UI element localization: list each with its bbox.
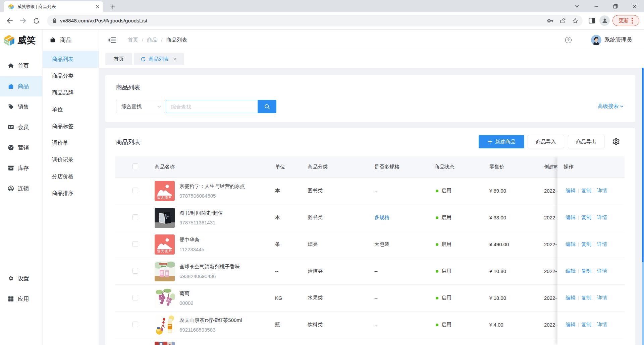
col-unit: 单位 (275, 164, 308, 170)
import-goods-button[interactable]: 商品导入 (528, 135, 564, 148)
content: 商品列表 综合查找 高级搜索 (99, 68, 644, 345)
detail-link[interactable]: 详情 (597, 322, 607, 328)
submenu-item-goods-category[interactable]: 商品分类 (43, 68, 99, 84)
cell-multi-spec-link[interactable]: 多规格 (374, 214, 434, 221)
copy-link[interactable]: 复制 (581, 241, 591, 248)
detail-link[interactable]: 详情 (597, 241, 607, 248)
submenu-item-unit[interactable]: 单位 (43, 101, 99, 118)
copy-link[interactable]: 复制 (581, 322, 591, 328)
search-input[interactable] (166, 100, 258, 113)
new-tab-button[interactable] (109, 3, 117, 11)
cell-unit: 瓶 (275, 322, 308, 328)
address-bar[interactable]: vx8848.com/vxPos/#/goods/goodsList (47, 15, 583, 26)
window-restore-icon[interactable] (612, 3, 619, 10)
back-icon[interactable] (6, 17, 13, 24)
select-all-checkbox[interactable] (132, 163, 138, 169)
sidebar-item-home[interactable]: 首页 (0, 56, 42, 76)
page-tab-goods-list[interactable]: 商品列表 × (134, 53, 184, 65)
copy-link[interactable]: 复制 (581, 188, 591, 194)
password-key-icon[interactable] (546, 17, 554, 25)
breadcrumb-separator: / (142, 37, 143, 43)
advanced-search-link[interactable]: 高级搜索 (598, 103, 624, 110)
breadcrumb-goods[interactable]: 商品 (147, 37, 157, 44)
sidebar-item-settings[interactable]: 设置 (0, 268, 42, 289)
side-panel-icon[interactable] (588, 17, 595, 24)
edit-link[interactable]: 编辑 (566, 268, 576, 274)
submenu-item-goods-brand[interactable]: 商品品牌 (43, 84, 99, 101)
edit-link[interactable]: 编辑 (566, 214, 576, 221)
product-name: 农夫山泉茶π柠檬红茶500ml (179, 317, 242, 324)
refresh-icon[interactable] (141, 57, 146, 62)
page-tab-close-icon[interactable]: × (173, 57, 176, 62)
search-type-select[interactable]: 综合查找 (116, 100, 165, 113)
cell-category: 水果类 (308, 295, 374, 301)
create-goods-button[interactable]: 新建商品 (479, 135, 524, 148)
sidebar-item-sales[interactable]: 销售 (0, 96, 42, 117)
avatar[interactable] (591, 35, 601, 45)
row-checkbox[interactable] (132, 188, 138, 193)
scrollbar-thumb[interactable] (642, 68, 644, 262)
fixed-ops-column: 操作 编辑 复制 详情 编辑 复制 详情 (557, 156, 625, 345)
edit-link[interactable]: 编辑 (566, 322, 576, 328)
table-row: 农夫山泉茶π柠檬红茶500ml 6921168593583 瓶 饮料类 -- 启… (115, 312, 625, 338)
lock-icon (52, 18, 57, 23)
page-tab-home[interactable]: 首页 (105, 53, 132, 65)
detail-link[interactable]: 详情 (597, 268, 607, 274)
sidebar-item-apps[interactable]: 应用 (0, 289, 42, 309)
sidebar-item-label: 销售 (18, 103, 29, 111)
submenu-item-label: 商品排序 (52, 190, 73, 197)
page-tab-label: 首页 (114, 56, 124, 62)
submenu-item-goods-list[interactable]: 商品列表 (43, 51, 99, 68)
status-dot (436, 243, 438, 246)
submenu-item-price-adjust[interactable]: 调价单 (43, 135, 99, 151)
scrollbar-track[interactable] (642, 68, 644, 345)
help-icon[interactable] (565, 37, 572, 43)
window-minimize-icon[interactable] (593, 3, 600, 10)
edit-link[interactable]: 编辑 (566, 241, 576, 248)
tab-close-icon[interactable] (95, 4, 100, 9)
submenu-item-goods-tag[interactable]: 商品标签 (43, 118, 99, 135)
browser-tab[interactable]: 威笑收银 | 商品列表 (4, 1, 103, 12)
sidebar-item-members[interactable]: 会员 (0, 117, 42, 137)
sidebar-item-marketing[interactable]: 营销 (0, 137, 42, 158)
sidebar-item-goods[interactable]: 商品 (0, 76, 42, 96)
sidebar-item-inventory[interactable]: 库存 (0, 158, 42, 178)
detail-link[interactable]: 详情 (597, 214, 607, 221)
window-chevron-icon[interactable] (573, 3, 581, 10)
row-checkbox[interactable] (132, 322, 138, 327)
row-checkbox[interactable] (132, 268, 138, 274)
detail-link[interactable]: 详情 (597, 188, 607, 194)
bookmark-star-icon[interactable] (571, 17, 579, 25)
submenu-item-price-record[interactable]: 调价记录 (43, 151, 99, 168)
breadcrumb-home[interactable]: 首页 (128, 37, 138, 44)
table-settings-gear-icon[interactable] (612, 138, 620, 146)
submenu-item-goods-sort[interactable]: 商品排序 (43, 185, 99, 202)
user-name[interactable]: 系统管理员 (604, 30, 632, 50)
app-header: 首页 / 商品 / 商品列表 系统管理员 (99, 30, 644, 50)
edit-link[interactable]: 编辑 (566, 295, 576, 301)
col-multi-spec: 是否多规格 (374, 164, 434, 170)
sidebar-item-chain[interactable]: 连锁 (0, 178, 42, 199)
copy-link[interactable]: 复制 (581, 214, 591, 221)
row-checkbox[interactable] (132, 295, 138, 300)
app: 威笑 首页 商品 (0, 30, 644, 345)
export-goods-button[interactable]: 商品导出 (568, 135, 604, 148)
row-checkbox[interactable] (132, 241, 138, 247)
browser-profile-icon[interactable] (599, 15, 610, 26)
submenu-item-branch-price[interactable]: 分店价格 (43, 168, 99, 185)
edit-link[interactable]: 编辑 (566, 188, 576, 194)
forward-icon[interactable] (19, 17, 27, 24)
create-goods-label: 新建商品 (495, 139, 516, 145)
copy-link[interactable]: 复制 (581, 295, 591, 301)
url-text[interactable]: vx8848.com/vxPos/#/goods/goodsList (60, 18, 546, 24)
collapse-menu-icon[interactable] (107, 36, 116, 45)
search-button[interactable] (258, 100, 276, 113)
sidebar-item-label: 库存 (18, 164, 29, 172)
window-close-icon[interactable] (631, 3, 638, 10)
reload-icon[interactable] (33, 17, 40, 24)
detail-link[interactable]: 详情 (597, 295, 607, 301)
row-checkbox[interactable] (132, 214, 138, 220)
share-icon[interactable] (559, 17, 567, 25)
copy-link[interactable]: 复制 (581, 268, 591, 274)
browser-update-button[interactable]: 更新 (612, 15, 639, 26)
